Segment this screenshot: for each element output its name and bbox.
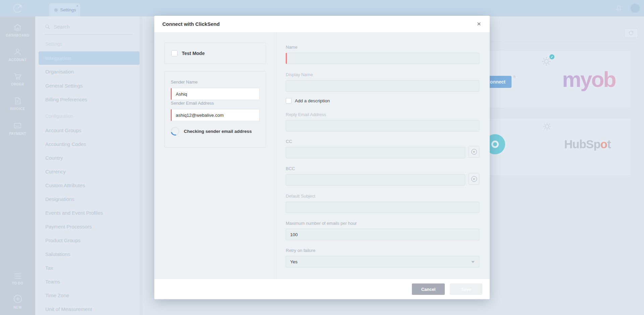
retry-select[interactable]: Yes (286, 256, 479, 267)
rail-item-invoice[interactable]: INVOICE (0, 96, 35, 111)
sidebar-item-country[interactable]: Country (45, 155, 63, 161)
reply-email-field: Reply Email Address (286, 112, 479, 132)
cc-field: CC + (286, 139, 479, 158)
rail-item-label: TO DO (0, 281, 35, 285)
rail-item-label: INVOICE (0, 107, 35, 111)
max-emails-input[interactable] (286, 229, 479, 240)
bell-icon (615, 4, 623, 12)
rail-item-dashboard[interactable]: DASHBOARD (0, 23, 35, 37)
test-mode-card: Test Mode (164, 43, 266, 64)
modal-footer: Cancel Save (154, 279, 490, 299)
sender-name-label: Sender Name (171, 80, 198, 85)
person-icon (13, 47, 22, 56)
retry-label: Retry on failure (286, 248, 479, 253)
rail-item-order[interactable]: ORDER (0, 72, 35, 86)
modal-close-icon[interactable]: × (475, 20, 483, 28)
test-mode-checkbox[interactable] (171, 50, 177, 56)
sidebar-item-product-groups[interactable]: Product Groups (45, 238, 80, 243)
tab-settings[interactable]: Settings × (49, 3, 80, 16)
brand-logo-icon (12, 3, 23, 14)
default-subject-field: Default Subject (286, 194, 479, 213)
sender-name-input[interactable] (171, 88, 260, 100)
integration-gear-icon (542, 121, 552, 133)
sender-card: Sender Name Sender Email Address Checkin… (164, 71, 266, 148)
max-emails-field: Maximum number of emails per hour (286, 221, 479, 240)
display-name-input[interactable] (286, 80, 479, 92)
cc-add-button[interactable]: + (469, 146, 479, 158)
reply-email-label: Reply Email Address (286, 112, 479, 117)
checking-status-row: Checking sender email address (171, 127, 260, 136)
sidebar-item-events-profiles[interactable]: Events and Event Profiles (45, 210, 103, 216)
bcc-field: BCC + (286, 166, 479, 186)
registered-trademark: ® (513, 75, 516, 79)
checking-status-text: Checking sender email address (184, 129, 252, 134)
cc-input[interactable] (286, 147, 465, 158)
sidebar-item-custom-attributes[interactable]: Custom Attributes (45, 182, 85, 188)
sidebar-item-teams[interactable]: Teams (45, 279, 60, 284)
sidebar-item-salutations[interactable]: Salutations (45, 251, 70, 257)
sidebar-item-general-settings[interactable]: General Settings (45, 83, 83, 89)
sidebar-item-payment-processors[interactable]: Payment Processors (45, 224, 92, 229)
hubspot-sprocket: o (600, 138, 607, 151)
refresh-button[interactable] (624, 28, 638, 38)
hubspot-logo-text: t (607, 138, 611, 151)
add-description-label: Add a description (295, 98, 330, 103)
gear-icon (54, 8, 58, 12)
sidebar-item-tax[interactable]: Tax (45, 265, 53, 271)
name-input[interactable] (286, 53, 479, 64)
sidebar-item-currency[interactable]: Currency (45, 169, 66, 174)
rail-item-account[interactable]: ACCOUNT (0, 47, 35, 62)
test-mode-label: Test Mode (182, 51, 205, 56)
reply-email-input[interactable] (286, 120, 479, 132)
sender-email-input[interactable] (171, 109, 260, 121)
bcc-input[interactable] (286, 174, 465, 186)
loading-spinner-icon (169, 125, 181, 137)
rail-item-new[interactable]: NEW (0, 294, 35, 309)
sender-email-label: Sender Email Address (171, 101, 214, 106)
modal-body: Test Mode Sender Name Sender Email Addre… (154, 32, 490, 279)
app-logo[interactable] (0, 0, 35, 16)
plus-circle-icon (13, 294, 23, 304)
sidebar-item-time-zone[interactable]: Time Zone (45, 293, 69, 298)
tab-close-icon[interactable]: × (76, 4, 78, 8)
default-subject-input[interactable] (286, 202, 479, 213)
sidebar-item-billing-preferences[interactable]: Billing Preferences (45, 97, 87, 102)
rail-item-label: NEW (0, 306, 35, 309)
rail-item-todo[interactable]: TO DO (0, 272, 35, 285)
cancel-button[interactable]: Cancel (412, 283, 445, 295)
document-icon (13, 96, 22, 105)
hubspot-logo-text: HubSp (564, 138, 600, 151)
app-rail: DASHBOARD ACCOUNT ORDER INVOICE PAYMENT … (0, 0, 35, 315)
plus-icon: + (471, 149, 477, 155)
search-input[interactable] (54, 24, 124, 30)
sidebar-item-integration[interactable]: Integration (39, 51, 140, 65)
myob-logo: myob (562, 67, 615, 92)
chevron-down-icon (471, 261, 475, 263)
default-subject-label: Default Subject (286, 194, 479, 199)
topbar: Settings × (35, 0, 644, 16)
sidebar-item-organisation[interactable]: Organisation (45, 69, 74, 74)
cc-label: CC (286, 139, 479, 144)
notifications-bell[interactable] (615, 4, 623, 14)
sidebar-item-accounting-codes[interactable]: Accounting Codes (45, 141, 86, 147)
screen: { "colors": { "topbar_blue": "#c3d7e9", … (0, 0, 644, 315)
sidebar-item-designations[interactable]: Designations (45, 196, 74, 202)
rail-item-payment[interactable]: PAYMENT (0, 121, 35, 136)
column-divider (276, 32, 276, 279)
retry-field: Retry on failure Yes (286, 248, 479, 267)
display-name-label: Display Name (286, 72, 479, 77)
save-button[interactable]: Save (450, 283, 482, 295)
retry-selected-value: Yes (290, 259, 298, 264)
sidebar-item-unit-of-measurement[interactable]: Unit of Measurement (45, 306, 92, 312)
add-description-checkbox[interactable] (286, 98, 291, 104)
sidebar-scrollbar[interactable] (140, 16, 143, 315)
rail-item-label: PAYMENT (0, 132, 35, 136)
user-avatar[interactable] (630, 3, 640, 13)
search-icon (45, 24, 50, 30)
tab-label: Settings (60, 7, 76, 12)
bcc-add-button[interactable]: + (469, 173, 479, 185)
sidebar-item-account-groups[interactable]: Account Groups (45, 127, 82, 133)
max-emails-label: Maximum number of emails per hour (286, 221, 479, 226)
sidebar-search[interactable] (45, 24, 124, 30)
clicksend-logo-ring (491, 141, 499, 148)
